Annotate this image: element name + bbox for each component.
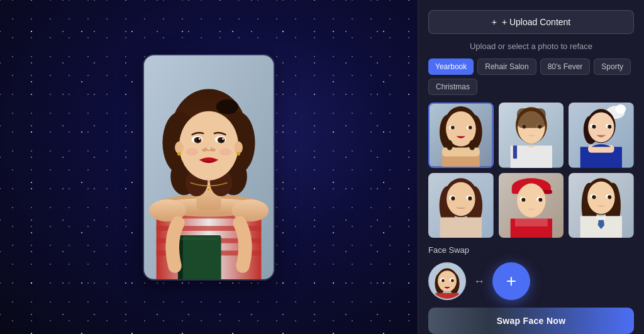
svg-point-49 [469, 126, 472, 130]
add-face-button[interactable]: + [492, 262, 530, 300]
svg-point-27 [199, 138, 201, 140]
svg-point-93 [521, 198, 525, 201]
grid-photo-6[interactable] [569, 173, 634, 238]
upload-button[interactable]: + + Upload Content [428, 10, 634, 34]
tab-christmas[interactable]: Christmas [428, 79, 477, 95]
svg-rect-107 [596, 216, 607, 220]
tab-80s-fever[interactable]: 80's Fever [540, 58, 591, 75]
svg-rect-85 [440, 217, 482, 238]
svg-point-83 [451, 196, 455, 200]
grid-photo-1[interactable] [428, 103, 494, 168]
svg-point-36 [236, 152, 240, 155]
left-panel [0, 0, 418, 334]
svg-point-19 [216, 99, 238, 114]
grid-photo-4[interactable] [428, 173, 494, 238]
svg-rect-40 [180, 238, 218, 239]
add-icon: + [506, 272, 516, 290]
svg-point-84 [468, 196, 472, 200]
plus-icon: + [492, 17, 497, 27]
svg-point-29 [202, 148, 207, 152]
svg-rect-63 [517, 108, 546, 128]
swap-face-now-button[interactable]: Swap Face Now [428, 308, 634, 334]
svg-point-37 [208, 188, 210, 191]
swap-face-label: Swap Face Now [497, 316, 566, 326]
svg-point-104 [592, 195, 596, 199]
svg-point-116 [451, 279, 454, 282]
main-portrait-image [144, 55, 274, 279]
svg-point-72 [592, 125, 596, 128]
svg-point-66 [616, 104, 626, 114]
svg-point-94 [538, 198, 542, 201]
svg-rect-62 [513, 145, 516, 159]
svg-point-48 [451, 126, 455, 130]
photo-grid [428, 103, 634, 238]
grid-photo-2[interactable] [499, 103, 564, 168]
svg-point-105 [608, 195, 612, 199]
svg-rect-96 [515, 218, 548, 226]
svg-point-115 [441, 279, 445, 282]
svg-point-30 [211, 148, 216, 152]
svg-point-31 [186, 148, 199, 155]
tab-yearbook[interactable]: Yearbook [428, 58, 474, 75]
grid-photo-5[interactable] [499, 173, 564, 238]
svg-rect-117 [435, 293, 458, 299]
tab-sporty[interactable]: Sporty [594, 58, 631, 75]
svg-point-53 [469, 140, 475, 150]
category-tabs: Yearbook Rehair Salon 80's Fever Sporty … [428, 58, 634, 95]
svg-point-73 [608, 125, 612, 128]
tab-rehair-salon[interactable]: Rehair Salon [477, 58, 536, 75]
face-swap-row: ↔ + [428, 262, 634, 300]
right-panel: + + Upload Content Upload or select a ph… [418, 0, 644, 334]
face-avatar [428, 262, 466, 300]
main-photo-card [143, 54, 275, 281]
grid-photo-3[interactable] [569, 103, 634, 168]
upload-button-label: + Upload Content [502, 17, 570, 27]
swap-arrow-icon: ↔ [474, 275, 485, 288]
svg-point-28 [222, 138, 224, 140]
subtitle-text: Upload or select a photo to reface [428, 42, 634, 51]
svg-rect-38 [178, 235, 221, 279]
svg-point-35 [177, 152, 181, 155]
face-swap-label: Face Swap [428, 245, 634, 255]
svg-point-20 [179, 111, 238, 180]
svg-point-32 [219, 148, 232, 155]
svg-point-52 [447, 140, 453, 150]
